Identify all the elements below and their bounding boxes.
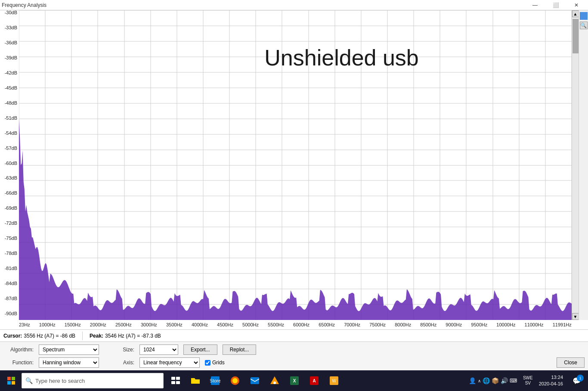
taskbar-app8[interactable]: W [325, 371, 344, 390]
y-axis-label: -84dB [5, 281, 17, 286]
scroll-down-button[interactable]: ▼ [572, 313, 579, 320]
app8-icon: W [329, 375, 339, 386]
svg-point-54 [232, 378, 238, 383]
size-select[interactable]: 512 1024 2048 4096 [139, 344, 178, 355]
x-axis-label: 10000Hz [496, 322, 515, 327]
scroll-up-button[interactable]: ▲ [572, 10, 579, 17]
taskbar-search[interactable]: 🔍 Type here to search [22, 373, 164, 388]
status-bar: Cursor: 3556 Hz (A7) = -86 dB Peak: 3546… [0, 329, 588, 341]
x-axis-label: 6500Hz [319, 322, 335, 327]
acrobat-icon: A [309, 375, 319, 386]
taskbar-acrobat[interactable]: A [305, 371, 324, 390]
axis-label: Axis: [104, 360, 134, 366]
svg-text:Store: Store [210, 378, 220, 383]
svg-rect-45 [7, 381, 11, 385]
excel-icon: X [289, 375, 300, 386]
y-axis-label: -90dB [5, 311, 17, 316]
axis-select[interactable]: Linear frequency Log frequency [139, 357, 200, 368]
store-icon: Store [210, 375, 220, 386]
peak-value: 3546 Hz (A7) = -87.3 dB [105, 333, 161, 339]
taskbar-explorer[interactable] [186, 371, 205, 390]
y-axis-label: -63dB [5, 176, 17, 180]
x-axis-label: 4000Hz [192, 322, 208, 327]
y-axis-label: -72dB [5, 221, 17, 226]
taskbar: 🔍 Type here to search Store X A W [0, 370, 588, 391]
cursor-status: Cursor: 3556 Hz (A7) = -86 dB [3, 333, 75, 339]
y-axis-label: -54dB [5, 131, 17, 136]
chart-main: -30dB-33dB-36dB-39dB-42dB-45dB-48dB-51dB… [0, 10, 588, 320]
controls-row-1: Algorithm: Spectrum FFT Size: 512 1024 2… [3, 344, 585, 355]
chart-area[interactable]: Unshielded usb [19, 10, 572, 320]
replot-button[interactable]: Replot... [223, 344, 257, 355]
x-axis: 23Hz1000Hz1500Hz2000Hz2500Hz3000Hz3500Hz… [0, 320, 588, 329]
systray-person-icon: 👤 [469, 377, 476, 384]
y-axis-label: -87dB [5, 296, 17, 301]
maximize-button[interactable]: ⬜ [546, 0, 566, 10]
algorithm-select[interactable]: Spectrum FFT [39, 344, 99, 355]
x-axis-label: 11000Hz [525, 322, 544, 327]
clock[interactable]: 13:24 2020-04-16 [535, 374, 566, 388]
svg-rect-46 [12, 381, 15, 385]
y-axis-label: -39dB [5, 56, 17, 60]
window-title: Frequency Analysis [2, 2, 46, 8]
date-display: 2020-04-16 [539, 381, 563, 387]
start-button[interactable] [2, 371, 21, 390]
y-axis-label: -36dB [5, 40, 17, 45]
x-axis-label: 8000Hz [395, 322, 411, 327]
y-axis-label: -60dB [5, 161, 17, 166]
y-axis-label: -45dB [5, 86, 17, 90]
scroll-track[interactable] [572, 17, 579, 313]
outlook-icon [250, 375, 260, 386]
x-axis-label: 2000Hz [90, 322, 106, 327]
search-placeholder: Type here to search [35, 378, 85, 384]
close-window-button[interactable]: ✕ [566, 0, 586, 10]
taskbar-vlc[interactable] [265, 371, 284, 390]
controls-bar: Algorithm: Spectrum FFT Size: 512 1024 2… [0, 341, 588, 370]
y-axis: -30dB-33dB-36dB-39dB-42dB-45dB-48dB-51dB… [0, 10, 19, 320]
x-axis-label: 2500Hz [115, 322, 132, 327]
y-axis-label: -78dB [5, 251, 17, 256]
svg-point-57 [273, 382, 276, 384]
function-label: Function: [3, 360, 34, 366]
notification-button[interactable]: 💬 1 [567, 371, 586, 390]
taskview-icon [170, 375, 181, 386]
y-axis-label: -51dB [5, 116, 17, 121]
language-indicator[interactable]: SWE SV [521, 375, 535, 386]
notification-badge: 1 [577, 375, 584, 382]
close-button[interactable]: Close [557, 357, 585, 368]
systray: 👤 ∧ 🌐 📦 🔊 ⌨ [465, 377, 520, 384]
export-button[interactable]: Export... [183, 344, 217, 355]
firefox-icon [230, 375, 240, 386]
y-axis-label: -75dB [5, 236, 17, 241]
right-blue-button[interactable] [580, 12, 588, 20]
grids-checkbox-label[interactable]: Grids [205, 360, 225, 366]
x-axis-label: 1500Hz [65, 322, 81, 327]
systray-chevron-icon[interactable]: ∧ [478, 379, 481, 383]
taskbar-store[interactable]: Store [206, 371, 225, 390]
function-select[interactable]: Hanning window Blackman window Flat-top … [39, 357, 99, 368]
taskbar-taskview[interactable] [166, 371, 185, 390]
grids-checkbox[interactable] [205, 360, 210, 366]
right-search-button[interactable]: 🔍 [580, 22, 588, 29]
size-label: Size: [104, 347, 134, 353]
svg-text:W: W [332, 379, 336, 383]
x-axis-label: 9000Hz [446, 322, 462, 327]
vlc-icon [269, 375, 280, 386]
scroll-thumb[interactable] [573, 19, 579, 53]
controls-row-2: Function: Hanning window Blackman window… [3, 357, 585, 368]
x-axis-label: 7500Hz [369, 322, 386, 327]
algorithm-label: Algorithm: [3, 347, 34, 353]
taskbar-excel[interactable]: X [285, 371, 304, 390]
x-axis-label: 3000Hz [141, 322, 157, 327]
main-window: Frequency Analysis — ⬜ ✕ -30dB-33dB-36dB… [0, 0, 588, 391]
peak-status: Peak: 3546 Hz (A7) = -87.3 dB [90, 333, 585, 339]
title-bar-controls: — ⬜ ✕ [525, 0, 586, 10]
minimize-button[interactable]: — [525, 0, 545, 10]
systray-dropbox-icon: 📦 [492, 377, 499, 384]
scrollbar-vertical[interactable]: ▲ ▼ [572, 10, 579, 320]
svg-text:A: A [313, 379, 316, 383]
taskbar-firefox[interactable] [226, 371, 244, 390]
taskbar-outlook[interactable] [245, 371, 264, 390]
time-display: 13:24 [539, 374, 563, 381]
cursor-value: 3556 Hz (A7) = -86 dB [24, 333, 75, 339]
